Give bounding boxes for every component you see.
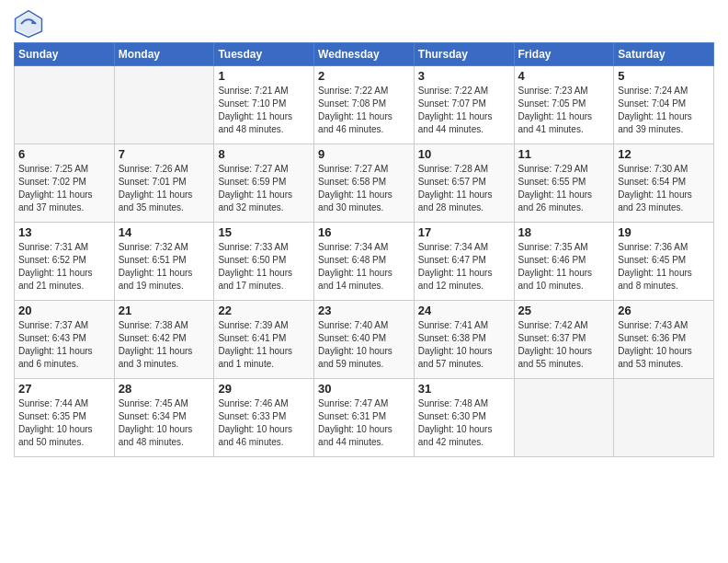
- day-number: 11: [518, 147, 610, 161]
- day-info: Sunrise: 7:43 AM Sunset: 6:36 PM Dayligh…: [618, 319, 710, 371]
- day-cell: [614, 379, 714, 457]
- day-info: Sunrise: 7:24 AM Sunset: 7:04 PM Dayligh…: [618, 85, 710, 136]
- day-cell: [15, 66, 115, 144]
- day-cell: 8Sunrise: 7:27 AM Sunset: 6:59 PM Daylig…: [214, 144, 314, 223]
- day-number: 20: [18, 304, 110, 317]
- day-cell: 1Sunrise: 7:21 AM Sunset: 7:10 PM Daylig…: [214, 66, 314, 144]
- day-cell: 20Sunrise: 7:37 AM Sunset: 6:43 PM Dayli…: [15, 301, 115, 379]
- day-info: Sunrise: 7:27 AM Sunset: 6:59 PM Dayligh…: [218, 163, 310, 214]
- day-cell: 5Sunrise: 7:24 AM Sunset: 7:04 PM Daylig…: [614, 66, 714, 144]
- day-header-thursday: Thursday: [414, 43, 514, 66]
- day-cell: 27Sunrise: 7:44 AM Sunset: 6:35 PM Dayli…: [15, 379, 115, 457]
- day-info: Sunrise: 7:33 AM Sunset: 6:50 PM Dayligh…: [218, 241, 310, 293]
- day-cell: 13Sunrise: 7:31 AM Sunset: 6:52 PM Dayli…: [15, 223, 115, 301]
- day-cell: 12Sunrise: 7:30 AM Sunset: 6:54 PM Dayli…: [614, 144, 714, 223]
- day-info: Sunrise: 7:40 AM Sunset: 6:40 PM Dayligh…: [318, 319, 410, 371]
- day-number: 3: [418, 69, 510, 83]
- day-cell: 18Sunrise: 7:35 AM Sunset: 6:46 PM Dayli…: [514, 223, 614, 301]
- day-number: 23: [318, 304, 410, 317]
- day-number: 2: [318, 69, 410, 83]
- day-cell: 26Sunrise: 7:43 AM Sunset: 6:36 PM Dayli…: [614, 301, 714, 379]
- day-number: 9: [318, 147, 410, 161]
- day-info: Sunrise: 7:45 AM Sunset: 6:34 PM Dayligh…: [119, 397, 210, 449]
- day-number: 28: [119, 382, 210, 396]
- week-row-3: 13Sunrise: 7:31 AM Sunset: 6:52 PM Dayli…: [15, 223, 714, 301]
- day-number: 18: [518, 225, 610, 239]
- day-number: 10: [418, 147, 510, 161]
- day-number: 29: [218, 382, 310, 396]
- day-header-tuesday: Tuesday: [214, 43, 314, 66]
- day-number: 5: [618, 69, 710, 83]
- day-info: Sunrise: 7:42 AM Sunset: 6:37 PM Dayligh…: [518, 319, 610, 371]
- day-info: Sunrise: 7:37 AM Sunset: 6:43 PM Dayligh…: [18, 319, 110, 371]
- day-number: 27: [18, 382, 110, 396]
- day-cell: 7Sunrise: 7:26 AM Sunset: 7:01 PM Daylig…: [114, 144, 214, 223]
- day-cell: 14Sunrise: 7:32 AM Sunset: 6:51 PM Dayli…: [114, 223, 214, 301]
- day-info: Sunrise: 7:29 AM Sunset: 6:55 PM Dayligh…: [518, 163, 610, 214]
- day-info: Sunrise: 7:38 AM Sunset: 6:42 PM Dayligh…: [119, 319, 210, 371]
- day-info: Sunrise: 7:34 AM Sunset: 6:47 PM Dayligh…: [418, 241, 510, 293]
- day-info: Sunrise: 7:22 AM Sunset: 7:07 PM Dayligh…: [418, 85, 510, 136]
- day-header-monday: Monday: [114, 43, 214, 66]
- week-row-4: 20Sunrise: 7:37 AM Sunset: 6:43 PM Dayli…: [15, 301, 714, 379]
- day-info: Sunrise: 7:27 AM Sunset: 6:58 PM Dayligh…: [318, 163, 410, 214]
- day-cell: 16Sunrise: 7:34 AM Sunset: 6:48 PM Dayli…: [314, 223, 415, 301]
- day-cell: 23Sunrise: 7:40 AM Sunset: 6:40 PM Dayli…: [314, 301, 415, 379]
- header: [14, 9, 714, 39]
- day-cell: 3Sunrise: 7:22 AM Sunset: 7:07 PM Daylig…: [414, 66, 514, 144]
- day-info: Sunrise: 7:36 AM Sunset: 6:45 PM Dayligh…: [618, 241, 710, 293]
- week-row-1: 1Sunrise: 7:21 AM Sunset: 7:10 PM Daylig…: [15, 66, 714, 144]
- day-cell: 6Sunrise: 7:25 AM Sunset: 7:02 PM Daylig…: [15, 144, 115, 223]
- day-number: 12: [618, 147, 710, 161]
- day-cell: 31Sunrise: 7:48 AM Sunset: 6:30 PM Dayli…: [414, 379, 514, 457]
- day-header-friday: Friday: [514, 43, 614, 66]
- day-number: 19: [618, 225, 710, 239]
- day-header-sunday: Sunday: [15, 43, 115, 66]
- day-number: 22: [218, 304, 310, 317]
- day-number: 17: [418, 225, 510, 239]
- day-info: Sunrise: 7:30 AM Sunset: 6:54 PM Dayligh…: [618, 163, 710, 214]
- day-cell: 11Sunrise: 7:29 AM Sunset: 6:55 PM Dayli…: [514, 144, 614, 223]
- day-info: Sunrise: 7:23 AM Sunset: 7:05 PM Dayligh…: [518, 85, 610, 136]
- logo: [14, 9, 47, 39]
- day-info: Sunrise: 7:41 AM Sunset: 6:38 PM Dayligh…: [418, 319, 510, 371]
- day-info: Sunrise: 7:35 AM Sunset: 6:46 PM Dayligh…: [518, 241, 610, 293]
- day-cell: 15Sunrise: 7:33 AM Sunset: 6:50 PM Dayli…: [214, 223, 314, 301]
- day-cell: [114, 66, 214, 144]
- day-cell: 4Sunrise: 7:23 AM Sunset: 7:05 PM Daylig…: [514, 66, 614, 144]
- day-cell: [514, 379, 614, 457]
- day-number: 26: [618, 304, 710, 317]
- day-cell: 30Sunrise: 7:47 AM Sunset: 6:31 PM Dayli…: [314, 379, 415, 457]
- day-cell: 22Sunrise: 7:39 AM Sunset: 6:41 PM Dayli…: [214, 301, 314, 379]
- day-number: 14: [119, 225, 210, 239]
- day-info: Sunrise: 7:28 AM Sunset: 6:57 PM Dayligh…: [418, 163, 510, 214]
- day-cell: 9Sunrise: 7:27 AM Sunset: 6:58 PM Daylig…: [314, 144, 415, 223]
- day-number: 30: [318, 382, 410, 396]
- day-info: Sunrise: 7:44 AM Sunset: 6:35 PM Dayligh…: [18, 397, 110, 449]
- day-number: 7: [119, 147, 210, 161]
- day-cell: 21Sunrise: 7:38 AM Sunset: 6:42 PM Dayli…: [114, 301, 214, 379]
- day-cell: 2Sunrise: 7:22 AM Sunset: 7:08 PM Daylig…: [314, 66, 415, 144]
- day-number: 6: [18, 147, 110, 161]
- day-info: Sunrise: 7:22 AM Sunset: 7:08 PM Dayligh…: [318, 85, 410, 136]
- day-number: 15: [218, 225, 310, 239]
- day-number: 1: [218, 69, 310, 83]
- day-cell: 28Sunrise: 7:45 AM Sunset: 6:34 PM Dayli…: [114, 379, 214, 457]
- day-cell: 29Sunrise: 7:46 AM Sunset: 6:33 PM Dayli…: [214, 379, 314, 457]
- day-cell: 17Sunrise: 7:34 AM Sunset: 6:47 PM Dayli…: [414, 223, 514, 301]
- day-info: Sunrise: 7:46 AM Sunset: 6:33 PM Dayligh…: [218, 397, 310, 449]
- day-number: 8: [218, 147, 310, 161]
- header-row: SundayMondayTuesdayWednesdayThursdayFrid…: [15, 43, 714, 66]
- day-number: 24: [418, 304, 510, 317]
- week-row-2: 6Sunrise: 7:25 AM Sunset: 7:02 PM Daylig…: [15, 144, 714, 223]
- day-cell: 19Sunrise: 7:36 AM Sunset: 6:45 PM Dayli…: [614, 223, 714, 301]
- day-info: Sunrise: 7:32 AM Sunset: 6:51 PM Dayligh…: [119, 241, 210, 293]
- calendar-body: 1Sunrise: 7:21 AM Sunset: 7:10 PM Daylig…: [15, 66, 714, 457]
- day-cell: 24Sunrise: 7:41 AM Sunset: 6:38 PM Dayli…: [414, 301, 514, 379]
- day-info: Sunrise: 7:34 AM Sunset: 6:48 PM Dayligh…: [318, 241, 410, 293]
- day-cell: 25Sunrise: 7:42 AM Sunset: 6:37 PM Dayli…: [514, 301, 614, 379]
- day-number: 16: [318, 225, 410, 239]
- day-info: Sunrise: 7:31 AM Sunset: 6:52 PM Dayligh…: [18, 241, 110, 293]
- logo-icon: [14, 9, 43, 39]
- day-number: 13: [18, 225, 110, 239]
